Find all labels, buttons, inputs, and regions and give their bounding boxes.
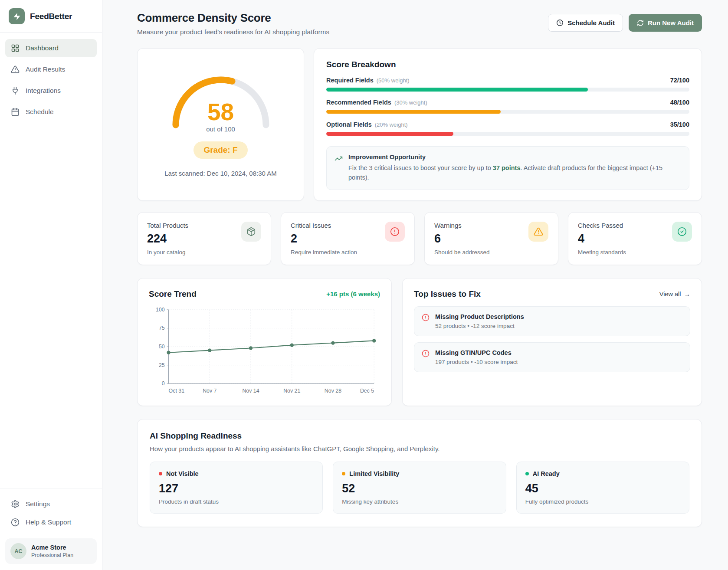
alert-circle-icon — [385, 222, 405, 242]
readiness-value: 45 — [525, 482, 680, 495]
main-content: Commerce Density Score Measure your prod… — [102, 0, 728, 570]
issue-title: Missing GTIN/UPC Codes — [435, 349, 518, 356]
score-breakdown-card: Score Breakdown Required Fields(50% weig… — [314, 48, 702, 201]
bolt-logo-icon — [9, 8, 25, 24]
stat-value: 4 — [578, 232, 626, 246]
svg-text:Nov 14: Nov 14 — [242, 388, 259, 394]
avatar: AC — [10, 543, 26, 559]
sidebar-item-schedule[interactable]: Schedule — [5, 103, 97, 121]
readiness-value: 127 — [159, 482, 314, 495]
readiness-label: Not Visible — [166, 470, 199, 477]
stat-label: Critical Issues — [291, 222, 357, 229]
readiness-label: Limited Visibility — [349, 470, 399, 477]
progress-bar-recommended — [326, 110, 501, 114]
breakdown-row-optional: Optional Fields(20% weight) 35/100 — [326, 121, 689, 136]
breakdown-row-required: Required Fields(50% weight) 72/100 — [326, 77, 689, 92]
score-trend-card: Score Trend +16 pts (6 weeks) 0255075100… — [137, 278, 392, 406]
account-card[interactable]: AC Acme Store Professional Plan — [5, 538, 97, 564]
page-header: Commerce Density Score Measure your prod… — [137, 11, 702, 36]
status-dot-green — [525, 472, 529, 475]
score-value: 58 — [170, 100, 272, 124]
calendar-icon — [11, 108, 20, 116]
stat-caption: In your catalog — [147, 249, 188, 256]
stat-caption: Meeting standards — [578, 249, 626, 256]
stat-card-warnings: Warnings 6 Should be addressed — [424, 212, 558, 265]
alert-triangle-icon — [11, 65, 20, 74]
readiness-card-limited-visibility: Limited Visibility 52 Missing key attrib… — [333, 462, 506, 514]
brand-header: FeedBetter — [0, 0, 102, 33]
last-scanned: Last scanned: Dec 10, 2024, 08:30 AM — [164, 170, 277, 177]
stat-label: Warnings — [434, 222, 490, 229]
svg-text:25: 25 — [159, 362, 165, 368]
readiness-value: 52 — [342, 482, 497, 495]
dashboard-grid-icon — [11, 44, 20, 52]
top-issues-card: Top Issues to Fix View all → Missing Pro… — [402, 278, 702, 406]
run-new-audit-button[interactable]: Run New Audit — [629, 14, 702, 32]
improvement-body: Fix the 3 critical issues to boost your … — [348, 163, 681, 183]
issue-meta: 52 products • -12 score impact — [435, 323, 524, 329]
breakdown-value: 48/100 — [670, 99, 689, 106]
sidebar: FeedBetter Dashboard Audit Results Integ… — [0, 0, 102, 570]
check-circle-icon — [672, 222, 692, 242]
arrow-right-icon: → — [684, 291, 691, 298]
sidebar-footer: Settings Help & Support AC Acme Store Pr… — [0, 488, 102, 570]
trending-up-icon — [334, 154, 343, 163]
sidebar-item-label: Schedule — [26, 108, 54, 116]
sidebar-item-dashboard[interactable]: Dashboard — [5, 39, 97, 57]
readiness-caption: Missing key attributes — [342, 498, 497, 505]
progress-bar-optional — [326, 132, 453, 136]
score-trend-chart: 0255075100Oct 31Nov 7Nov 14Nov 21Nov 28D… — [149, 305, 380, 397]
gear-icon — [11, 500, 20, 508]
stat-caption: Should be addressed — [434, 249, 490, 256]
readiness-caption: Fully optimized products — [525, 498, 680, 505]
sidebar-item-label: Audit Results — [26, 66, 65, 73]
page-subtitle: Measure your product feed's readiness fo… — [137, 28, 329, 36]
plug-icon — [11, 86, 20, 95]
sidebar-item-label: Settings — [26, 500, 50, 508]
schedule-audit-button[interactable]: Schedule Audit — [548, 14, 623, 32]
breakdown-value: 35/100 — [670, 121, 689, 128]
trend-title: Score Trend — [149, 289, 197, 299]
improvement-opportunity-box: Improvement Opportunity Fix the 3 critic… — [326, 146, 689, 190]
stat-value: 6 — [434, 232, 490, 246]
issue-item-descriptions[interactable]: Missing Product Descriptions 52 products… — [414, 306, 690, 336]
alert-circle-icon — [422, 314, 430, 321]
readiness-subtitle: How your products appear to AI shopping … — [150, 445, 689, 452]
score-gauge-card: 58 out of 100 Grade: F Last scanned: Dec… — [137, 48, 304, 201]
stat-value: 224 — [147, 232, 188, 246]
sidebar-item-label: Help & Support — [26, 518, 71, 526]
status-dot-orange — [342, 472, 345, 475]
issues-title: Top Issues to Fix — [414, 289, 481, 299]
trend-delta: +16 pts (6 weeks) — [326, 290, 380, 298]
stat-label: Total Products — [147, 222, 188, 229]
view-all-link[interactable]: View all → — [659, 291, 690, 298]
account-name: Acme Store — [31, 544, 73, 551]
svg-text:Nov 21: Nov 21 — [283, 388, 300, 394]
stat-card-total-products: Total Products 224 In your catalog — [137, 212, 271, 265]
grade-badge: Grade: F — [193, 141, 247, 159]
breakdown-row-recommended: Recommended Fields(30% weight) 48/100 — [326, 99, 689, 114]
issue-item-gtin[interactable]: Missing GTIN/UPC Codes 197 products • -1… — [414, 342, 690, 372]
readiness-caption: Products in draft status — [159, 498, 314, 505]
svg-text:Nov 7: Nov 7 — [203, 388, 216, 394]
help-circle-icon — [11, 518, 20, 527]
account-plan: Professional Plan — [31, 552, 73, 558]
points-highlight: 37 points — [493, 164, 521, 171]
warning-triangle-icon — [528, 222, 548, 242]
svg-text:0: 0 — [162, 380, 165, 387]
svg-text:100: 100 — [156, 307, 165, 313]
sidebar-item-integrations[interactable]: Integrations — [5, 82, 97, 100]
sidebar-item-audit-results[interactable]: Audit Results — [5, 60, 97, 79]
readiness-title: AI Shopping Readiness — [150, 431, 689, 441]
sidebar-item-help-support[interactable]: Help & Support — [5, 513, 97, 531]
weight-caption: (20% weight) — [375, 121, 408, 128]
stat-card-checks-passed: Checks Passed 4 Meeting standards — [568, 212, 702, 265]
svg-text:Oct 31: Oct 31 — [169, 388, 185, 394]
score-suffix: out of 100 — [170, 125, 272, 133]
improvement-title: Improvement Opportunity — [348, 154, 681, 161]
breakdown-title: Score Breakdown — [326, 60, 689, 69]
status-dot-red — [159, 472, 162, 475]
stat-label: Checks Passed — [578, 222, 626, 229]
package-icon — [241, 222, 261, 242]
sidebar-item-settings[interactable]: Settings — [5, 495, 97, 513]
